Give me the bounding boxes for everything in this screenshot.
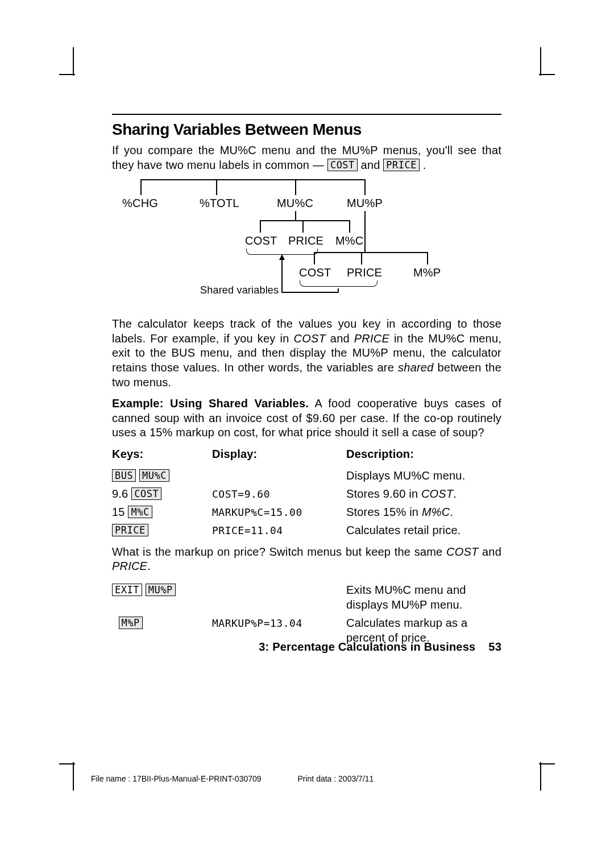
diagram-label: PRICE [288,234,323,249]
example-paragraph: Example: Using Shared Variables. A food … [112,396,501,440]
description-cell: Stores 9.60 in COST. [346,485,501,503]
crop-mark [540,762,541,791]
crop-mark [73,762,74,791]
display-value: COST=9.60 [212,488,270,500]
menu-key: MU%P [146,584,176,596]
table-header: Description: [346,447,501,466]
page-number: 53 [488,640,501,653]
menu-key: PRICE [112,524,148,536]
menu-key: COST [131,487,161,500]
meta-file: File name : 17BII-Plus-Manual-E-PRINT-03… [91,774,262,783]
hard-key: EXIT [112,584,142,596]
description-cell: Displays MU%C menu. [346,466,501,485]
description-cell: Exits MU%C menu and displays MU%P menu. [346,581,501,614]
crop-mark [539,763,555,764]
intro-paragraph: If you compare the MU%C menu and the MU%… [112,143,501,172]
display-value: PRICE=11.04 [212,524,283,536]
section-rule [112,114,501,115]
diagram-label: M%P [413,266,441,280]
mid-paragraph: What is the markup on price? Switch menu… [112,545,501,574]
chapter-name: 3: Percentage Calculations in Business [259,640,475,653]
menu-key: M%C [128,506,152,518]
example-table: Keys: Display: Description: BUS MU%C Dis… [112,447,501,539]
menu-key-cost: COST [327,159,358,171]
diagram-label: %CHG [122,196,158,211]
display-value: MARKUP%C=15.00 [212,506,302,518]
table-header: Display: [212,447,346,466]
intro-text: If you compare the MU%C menu and the MU%… [112,144,501,171]
diagram-label: PRICE [347,266,382,280]
diagram-label: COST [299,266,331,280]
diagram-label: %TOTL [200,196,239,211]
crop-mark [539,74,555,75]
table-row: PRICE PRICE=11.04 Calculates retail pric… [112,521,501,539]
menu-tree-diagram: %CHG %TOTL MU%C MU%P COST PRICE M%C [112,179,501,310]
crop-mark [73,47,74,76]
table-row: BUS MU%C Displays MU%C menu. [112,466,501,485]
menu-key: BUS [112,469,136,482]
section-heading: Sharing Variables Between Menus [112,121,501,139]
diagram-shared-label: Shared variables [200,284,279,297]
menu-key: MU%C [139,469,169,482]
meta-print: Print data : 2003/7/11 [297,774,374,783]
diagram-label: M%C [335,234,364,249]
example-lead: Example: Using Shared Variables. [112,397,309,410]
table-header: Keys: [112,447,212,466]
diagram-label: MU%P [347,196,383,211]
crop-mark [540,47,541,76]
diagram-label: MU%C [277,196,313,211]
shared-brace-icon [300,280,377,287]
table-row: 9.6 COST COST=9.60 Stores 9.60 in COST. [112,485,501,503]
table-row: 15 M%C MARKUP%C=15.00 Stores 15% in M%C. [112,503,501,521]
body-paragraph: The calculator keeps track of the values… [112,317,501,390]
page-footer: 3: Percentage Calculations in Business 5… [112,621,501,655]
description-cell: Stores 15% in M%C. [346,503,501,521]
description-cell: Calculates retail price. [346,521,501,539]
table-row: EXIT MU%P Exits MU%C menu and displays M… [112,581,501,614]
arrow-up-icon [279,254,285,260]
menu-key-price: PRICE [383,159,420,171]
print-metadata: File name : 17BII-Plus-Manual-E-PRINT-03… [91,774,408,783]
diagram-label: COST [245,234,277,249]
